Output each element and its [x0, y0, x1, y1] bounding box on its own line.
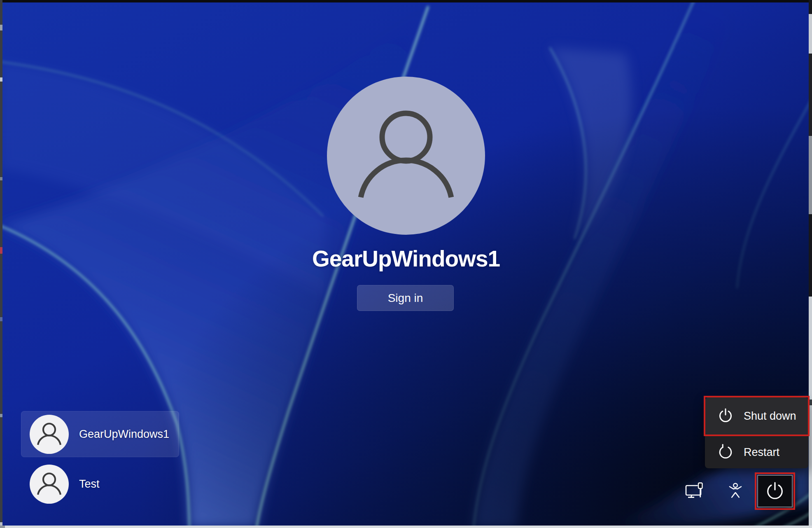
network-button[interactable] — [682, 478, 708, 505]
user-list-label: GearUpWindows1 — [79, 428, 169, 441]
bottom-edge-artifact — [0, 526, 812, 528]
person-icon — [327, 77, 485, 235]
signed-in-username: GearUpWindows1 — [200, 245, 612, 274]
person-icon — [30, 465, 69, 504]
left-edge-artifact — [0, 0, 2, 528]
menu-item-label: Restart — [744, 446, 779, 459]
power-menu: Shut down Restart — [705, 397, 808, 468]
sign-in-button[interactable]: Sign in — [357, 285, 454, 311]
restart-icon — [717, 444, 734, 460]
menu-item-shut-down[interactable]: Shut down — [705, 397, 808, 435]
power-icon — [717, 408, 734, 424]
accessibility-icon — [725, 481, 746, 502]
login-screen: GearUpWindows1 Sign in GearUpWindows1 Te… — [0, 0, 812, 528]
user-list-label: Test — [79, 478, 100, 491]
power-icon — [765, 481, 785, 501]
user-list-item-test[interactable]: Test — [21, 461, 178, 507]
user-list-avatar — [30, 415, 69, 454]
person-icon — [30, 415, 69, 454]
menu-item-restart[interactable]: Restart — [705, 435, 808, 468]
user-avatar — [327, 77, 485, 235]
top-edge-artifact — [0, 0, 812, 2]
user-list-avatar — [30, 465, 69, 504]
user-list-item-gearupwindows1[interactable]: GearUpWindows1 — [21, 411, 179, 457]
menu-item-label: Shut down — [744, 410, 796, 423]
network-icon — [684, 481, 706, 502]
accessibility-button[interactable] — [722, 478, 749, 505]
power-button[interactable] — [757, 475, 793, 507]
right-edge-artifact — [809, 0, 812, 528]
